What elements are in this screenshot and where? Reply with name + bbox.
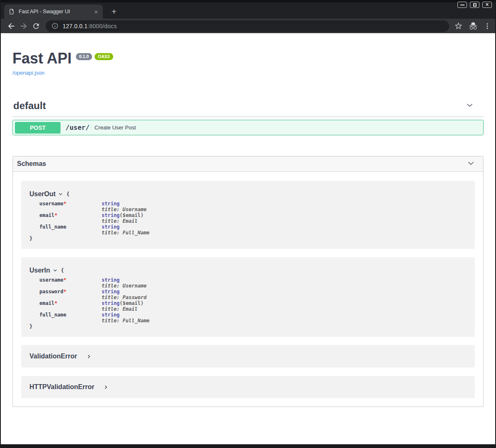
property-format: ($email) — [119, 300, 143, 306]
required-star: * — [63, 277, 66, 283]
chevron-down-icon[interactable] — [58, 192, 63, 197]
chevron-down-icon[interactable] — [466, 101, 474, 111]
forward-button[interactable] — [17, 20, 30, 32]
brace-close: } — [29, 324, 467, 329]
required-star: * — [54, 212, 57, 218]
back-button[interactable] — [5, 20, 17, 32]
document-icon — [8, 8, 15, 15]
model-name: ValidationError — [29, 353, 77, 360]
minimize-icon — [460, 5, 464, 5]
property-table: username* string title: Username passwor… — [39, 277, 467, 324]
property-title: title: Email — [102, 306, 467, 312]
property-title: title: Full_Name — [102, 230, 467, 236]
chevron-right-icon[interactable] — [103, 385, 109, 390]
property-type: string — [102, 277, 119, 283]
property-type: string — [102, 300, 119, 306]
property-title: title: Username — [102, 283, 467, 289]
property-detail: string title: Full_Name — [102, 312, 467, 324]
close-icon: × — [486, 2, 489, 7]
browser-toolbar: 127.0.0.1:8000/docs — [1, 19, 495, 33]
model-userout: UserOut { username* string title: Userna… — [21, 181, 475, 249]
schemas-label: Schemas — [17, 160, 46, 168]
star-icon[interactable] — [454, 22, 463, 30]
property-title: title: Username — [102, 207, 467, 212]
property-detail: string($email) title: Email — [102, 300, 467, 312]
oas3-badge: OAS3 — [95, 53, 113, 60]
schemas-section: Schemas UserOut { username* — [12, 156, 484, 407]
model-title-row[interactable]: UserIn { — [29, 267, 467, 274]
property-type: string — [102, 289, 119, 295]
property-name: password* — [39, 289, 102, 300]
model-httpvalidationerror[interactable]: HTTPValidationError — [21, 376, 475, 398]
browser-tab[interactable]: Fast API - Swagger UI × — [4, 5, 103, 19]
kebab-menu-icon[interactable] — [484, 22, 491, 30]
tab-strip: Fast API - Swagger UI × + — [1, 2, 495, 19]
url-path: :8000/docs — [88, 23, 117, 29]
method-badge: POST — [15, 122, 61, 134]
property-type: string — [102, 201, 119, 207]
url-text: 127.0.0.1:8000/docs — [63, 23, 117, 29]
model-name: UserIn — [29, 267, 50, 274]
property-name: email* — [39, 300, 102, 312]
model-title-row[interactable]: UserOut { — [29, 190, 467, 198]
property-detail: string title: Password — [102, 289, 467, 300]
tab-title: Fast API - Swagger UI — [19, 9, 92, 15]
property-type: string — [102, 224, 119, 230]
maximize-button[interactable] — [470, 2, 479, 8]
info-circle-icon[interactable] — [51, 22, 58, 29]
property-type: string — [102, 312, 119, 318]
browser-window: × Fast API - Swagger UI × + — [0, 0, 496, 448]
brace-open: { — [66, 191, 69, 197]
close-button[interactable]: × — [482, 2, 492, 8]
chevron-down-icon[interactable] — [467, 159, 475, 169]
brace-open: { — [61, 268, 64, 273]
property-name: full_name — [39, 312, 102, 324]
version-badge: 0.1.0 — [76, 53, 92, 60]
minimize-button[interactable] — [457, 2, 467, 8]
tab-close-icon[interactable]: × — [92, 9, 100, 15]
incognito-icon[interactable] — [469, 22, 478, 31]
required-star: * — [54, 300, 57, 306]
property-name: email* — [39, 212, 102, 224]
tag-header[interactable]: default — [12, 97, 484, 117]
operation-path: /user/ — [66, 124, 90, 131]
version-badges: 0.1.0 OAS3 — [76, 53, 113, 60]
toolbar-right-icons — [454, 22, 491, 31]
property-type: string — [102, 212, 119, 218]
tag-label: default — [13, 100, 46, 112]
property-detail: string title: Username — [102, 277, 467, 289]
tag-section-default: default POST /user/ Create User Post — [12, 97, 484, 135]
openapi-spec-link[interactable]: /openapi.json — [12, 70, 44, 76]
property-title: title: Email — [102, 218, 467, 224]
reload-button[interactable] — [30, 20, 42, 32]
property-table: username* string title: Username email* … — [39, 201, 467, 236]
property-title: title: Full_Name — [102, 318, 467, 324]
model-validationerror[interactable]: ValidationError — [21, 345, 475, 368]
property-format: ($email) — [119, 212, 143, 218]
property-detail: string title: Username — [102, 201, 467, 212]
property-name: username* — [39, 277, 102, 289]
schemas-header[interactable]: Schemas — [13, 156, 483, 172]
opblock-post-user[interactable]: POST /user/ Create User Post — [12, 120, 484, 135]
brace-close: } — [29, 236, 467, 241]
required-star: * — [63, 289, 66, 295]
swagger-page: Fast API 0.1.0 OAS3 /openapi.json defaul… — [1, 33, 495, 444]
model-userin: UserIn { username* string title: Usernam… — [21, 257, 475, 337]
chevron-down-icon[interactable] — [53, 268, 58, 273]
address-bar[interactable]: 127.0.0.1:8000/docs — [46, 20, 449, 32]
model-name: UserOut — [29, 190, 56, 198]
property-name: full_name — [39, 224, 102, 236]
required-star: * — [63, 201, 66, 207]
operation-summary: Create User Post — [95, 124, 136, 131]
url-host: 127.0.0.1 — [63, 23, 88, 29]
page-title: Fast API — [12, 51, 72, 66]
api-info-section: Fast API 0.1.0 OAS3 /openapi.json — [12, 33, 484, 76]
chevron-right-icon[interactable] — [86, 354, 92, 359]
property-detail: string($email) title: Email — [102, 212, 467, 224]
model-name: HTTPValidationError — [29, 383, 94, 391]
schemas-body: UserOut { username* string title: Userna… — [13, 172, 483, 407]
new-tab-button[interactable]: + — [109, 7, 119, 17]
property-title: title: Password — [102, 295, 467, 300]
maximize-icon — [473, 3, 477, 7]
property-detail: string title: Full_Name — [102, 224, 467, 236]
